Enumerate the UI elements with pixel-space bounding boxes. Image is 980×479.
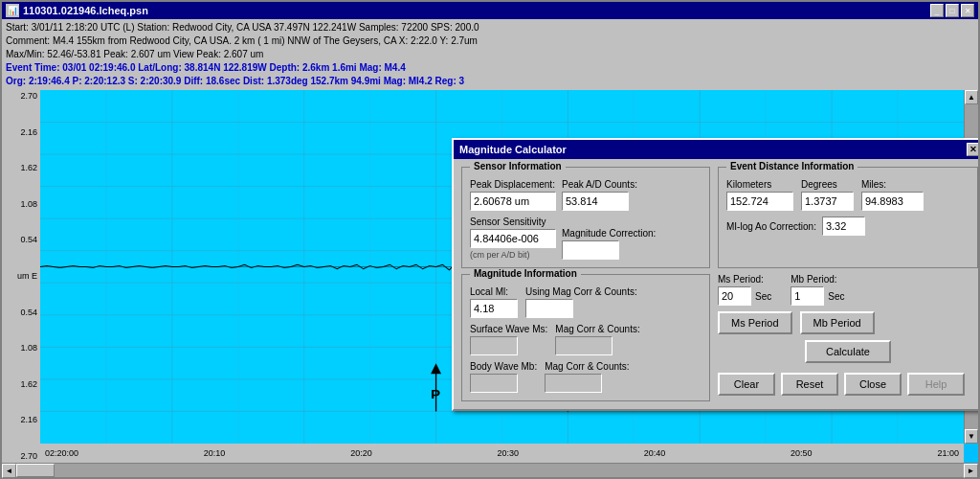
deg-group: Degrees [801, 179, 854, 211]
y-label-9: 2.70 [2, 452, 40, 461]
ms-period-group: Ms Period: Sec [718, 274, 771, 306]
y-axis: 2.70 2.16 1.62 1.08 0.54 um E 0.54 1.08 … [2, 90, 40, 463]
mb-period-unit: Sec [828, 291, 844, 302]
y-label-8: 2.16 [2, 416, 40, 424]
ms-period-unit: Sec [755, 291, 771, 302]
scroll-left-button[interactable]: ◄ [2, 464, 16, 478]
ms-period-input[interactable] [718, 286, 751, 306]
close-button[interactable]: ✕ [961, 4, 974, 17]
ml-log-input[interactable] [822, 217, 865, 236]
info-area: Start: 3/01/11 2:18:20 UTC (L) Station: … [2, 19, 978, 90]
h-scroll-track [16, 464, 964, 477]
period-buttons-section: Ms Period: Sec Mb Period: Sec [718, 274, 978, 401]
content-area: 2.70 2.16 1.62 1.08 0.54 um E 0.54 1.08 … [2, 90, 978, 463]
scroll-right-button[interactable]: ► [964, 464, 978, 478]
x-axis: 02:20:00 20:10 20:20 20:30 20:40 20:50 2… [40, 444, 964, 463]
y-label-6: 1.08 [2, 344, 40, 353]
body-corr-input[interactable] [545, 374, 602, 393]
body-corr-group: Mag Corr & Counts: [545, 361, 629, 393]
mb-period-input[interactable] [791, 286, 824, 306]
peak-disp-group: Peak Displacement: [470, 179, 556, 211]
dialog-title-bar: Magnitude Calculator ✕ [454, 140, 978, 159]
title-bar: 📊 110301.021946.lcheq.psn _ □ ✕ [2, 2, 978, 19]
mag-corr-label: Magnitude Correction: [562, 228, 656, 239]
surface-corr-label: Mag Corr & Counts: [555, 324, 639, 334]
y-label-3: 1.08 [2, 200, 40, 209]
mb-period-button[interactable]: Mb Period [800, 311, 875, 334]
magnitude-info-title: Magnitude Information [470, 268, 581, 279]
minimize-button[interactable]: _ [930, 4, 944, 17]
sensor-info-group: Sensor Information Peak Displacement: Pe… [461, 167, 710, 268]
x-label-3: 20:30 [497, 448, 519, 458]
ml-log-label: MI-log Ao Correction: [726, 221, 816, 232]
scroll-down-button[interactable]: ▼ [965, 429, 978, 444]
peak-disp-input[interactable] [470, 192, 556, 211]
km-input[interactable] [726, 192, 793, 211]
event-distance-title: Event Distance Information [726, 161, 858, 171]
using-mag-label: Using Mag Corr & Counts: [525, 286, 637, 297]
surface-ms-group: Surface Wave Ms: [470, 324, 547, 355]
surface-corr-input[interactable] [555, 336, 612, 355]
mag-corr-input[interactable] [562, 240, 619, 260]
surface-corr-group: Mag Corr & Counts: [555, 324, 639, 355]
y-label-1: 2.16 [2, 128, 40, 137]
sensor-sens-unit: (cm per A/D bit) [470, 250, 556, 260]
reset-button[interactable]: Reset [781, 373, 838, 396]
sensor-sens-group: Sensor Sensitivity (cm per A/D bit) [470, 217, 556, 260]
using-mag-input[interactable] [525, 299, 573, 318]
h-scroll-thumb[interactable] [16, 464, 55, 477]
mb-period-label: Mb Period: [791, 274, 844, 285]
event-distance-group: Event Distance Information Kilometers De… [718, 167, 978, 268]
peak-ad-label: Peak A/D Counts: [562, 179, 637, 190]
y-label-7: 1.62 [2, 380, 40, 389]
body-mb-label: Body Wave Mb: [470, 361, 537, 372]
info-line-5: Org: 2:19:46.4 P: 2:20:12.3 S: 2:20:30.9… [6, 75, 974, 88]
deg-input[interactable] [801, 192, 854, 211]
dialog-body: Sensor Information Peak Displacement: Pe… [454, 159, 978, 409]
title-bar-buttons: _ □ ✕ [930, 4, 974, 17]
maximize-button[interactable]: □ [946, 4, 959, 17]
miles-input[interactable] [861, 192, 924, 211]
main-window: 📊 110301.021946.lcheq.psn _ □ ✕ Start: 3… [0, 0, 980, 479]
surface-ms-input[interactable] [470, 336, 518, 355]
sensor-sens-label: Sensor Sensitivity [470, 217, 556, 227]
local-ml-input[interactable] [470, 299, 518, 318]
y-label-4: 0.54 [2, 236, 40, 244]
dialog-close-button[interactable]: ✕ [967, 143, 978, 156]
body-mb-input[interactable] [470, 374, 518, 393]
mb-period-group: Mb Period: Sec [791, 274, 844, 306]
scroll-up-button[interactable]: ▲ [965, 90, 978, 104]
info-line-1: Start: 3/01/11 2:18:20 UTC (L) Station: … [6, 21, 974, 34]
peak-disp-label: Peak Displacement: [470, 179, 556, 190]
magnitude-calculator-dialog: Magnitude Calculator ✕ Sensor Informatio… [452, 138, 978, 411]
x-label-2: 20:20 [350, 448, 372, 458]
dialog-top-row: Sensor Information Peak Displacement: Pe… [461, 167, 978, 268]
close-dialog-button[interactable]: Close [844, 373, 902, 396]
peak-ad-input[interactable] [562, 192, 629, 211]
local-ml-label: Local Ml: [470, 286, 518, 297]
calculate-row: Calculate [718, 340, 978, 363]
local-ml-group: Local Ml: [470, 286, 518, 318]
surface-ms-label: Surface Wave Ms: [470, 324, 547, 334]
y-label-0: 2.70 [2, 92, 40, 101]
body-corr-label: Mag Corr & Counts: [545, 361, 629, 372]
period-buttons-row: Ms Period Mb Period [718, 311, 978, 334]
title-bar-left: 📊 110301.021946.lcheq.psn [6, 4, 148, 17]
svg-text:P: P [431, 388, 440, 400]
h-scrollbar[interactable]: ◄ ► [2, 463, 978, 477]
dialog-bottom-row: Magnitude Information Local Ml: Using Ma… [461, 274, 978, 401]
y-label-5: 0.54 [2, 308, 40, 317]
calculate-button[interactable]: Calculate [805, 340, 891, 363]
ms-period-button[interactable]: Ms Period [718, 311, 792, 334]
sensor-info-title: Sensor Information [470, 161, 566, 171]
app-icon: 📊 [6, 4, 19, 17]
info-line-3: Max/Min: 52.46/-53.81 Peak: 2.607 um Vie… [6, 48, 974, 61]
window-title: 110301.021946.lcheq.psn [23, 5, 148, 16]
peak-ad-group: Peak A/D Counts: [562, 179, 637, 211]
y-label-2: 1.62 [2, 164, 40, 172]
clear-button[interactable]: Clear [718, 373, 775, 396]
sensor-sens-input[interactable] [470, 229, 556, 248]
ms-period-label: Ms Period: [718, 274, 771, 285]
info-line-4: Event Time: 03/01 02:19:46.0 Lat/Long: 3… [6, 61, 974, 75]
help-button[interactable]: Help [907, 373, 965, 396]
